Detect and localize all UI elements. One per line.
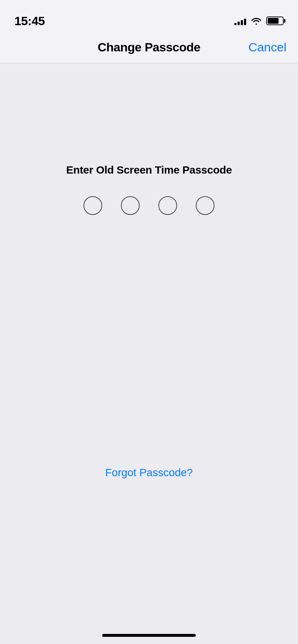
battery-icon: [266, 17, 284, 25]
passcode-dot-4: [196, 196, 215, 215]
status-bar: 15:45: [0, 0, 298, 32]
wifi-icon: [251, 17, 261, 25]
main-content: Enter Old Screen Time Passcode Forgot Pa…: [0, 63, 298, 644]
status-time: 15:45: [14, 14, 45, 28]
passcode-prompt: Enter Old Screen Time Passcode: [66, 164, 232, 176]
passcode-dot-3: [158, 196, 177, 215]
passcode-section: Enter Old Screen Time Passcode: [66, 164, 232, 215]
cancel-button[interactable]: Cancel: [248, 40, 286, 54]
home-indicator: [102, 634, 196, 637]
forgot-passcode-button[interactable]: Forgot Passcode?: [105, 466, 193, 479]
passcode-dot-2: [121, 196, 140, 215]
passcode-dots: [83, 196, 215, 215]
page-title: Change Passcode: [98, 40, 200, 54]
signal-icon: [234, 17, 246, 25]
passcode-dot-1: [83, 196, 102, 215]
status-icons: [234, 17, 284, 25]
nav-bar: Change Passcode Cancel: [0, 32, 298, 63]
